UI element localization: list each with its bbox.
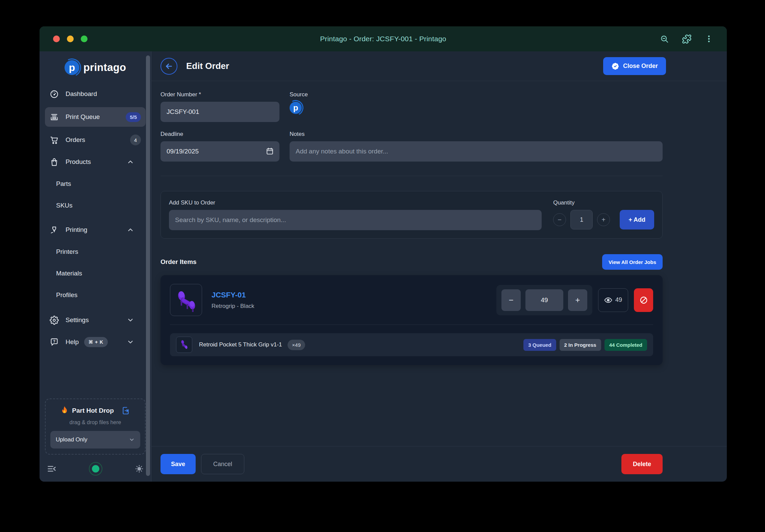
connection-status-indicator[interactable] [89,462,102,476]
sidebar-item-dashboard[interactable]: Dashboard [45,85,146,103]
item-quantity-stepper: − + [496,285,592,315]
chevron-down-icon [127,316,141,324]
add-sku-panel: Add SKU to Order Quantity − + + Add [161,191,663,239]
cancel-button[interactable]: Cancel [201,454,244,474]
back-button[interactable] [161,58,177,75]
calendar-icon[interactable] [266,147,274,157]
item-quantity-increment-button[interactable]: + [568,289,587,311]
app-window: Printago - Order: JCSFY-001 - Printago [40,26,727,482]
completed-status-badge: 44 Completed [604,339,647,351]
item-quantity-decrement-button[interactable]: − [501,289,521,311]
sidebar-item-printing[interactable]: Printing [45,221,146,239]
delete-button[interactable]: Delete [621,454,663,474]
help-shortcut-badge: ⌘ + K [84,337,108,347]
printago-logo-icon: p [65,60,79,75]
quantity-label: Quantity [553,199,654,206]
hot-drop-subtitle: drag & drop files here [50,419,140,426]
item-sku-link[interactable]: JCSFY-01 [212,291,496,299]
part-hot-drop-zone[interactable]: Part Hot Drop drag & drop files here Upl… [45,398,146,455]
eye-icon [604,296,612,304]
3d-model-preview [173,287,200,314]
cancel-item-button[interactable] [634,288,653,312]
hot-drop-title: Part Hot Drop [72,407,114,414]
item-thumbnail[interactable] [170,284,202,316]
sidebar: p printago Dashboard Print Queue 5/5 [40,51,151,482]
add-sku-label: Add SKU to Order [169,199,542,206]
zoom-out-icon[interactable] [660,34,669,44]
source-printago-icon: p [290,102,302,114]
cart-icon [50,136,59,145]
item-variant: Retrogrip - Black [212,303,496,310]
main-panel: Edit Order Close Order Order Number * [151,51,727,482]
help-bubble-icon: ? [50,338,59,347]
deadline-label: Deadline [161,131,279,138]
scrollbar-thumb[interactable] [146,55,150,476]
browser-menu-icon[interactable] [705,34,713,43]
sidebar-item-help[interactable]: ? Help ⌘ + K [45,333,146,351]
window-title: Printago - Order: JCSFY-001 - Printago [40,35,727,43]
order-item-card: JCSFY-01 Retrogrip - Black − + [161,275,663,365]
notes-input[interactable] [290,141,663,162]
gear-icon [50,316,59,325]
sidebar-item-parts[interactable]: Parts [45,176,146,191]
brand: p printago [45,60,146,75]
print-queue-icon [50,113,59,122]
chevron-up-icon [127,158,141,166]
sidebar-item-settings[interactable]: Settings [45,311,146,329]
chevron-down-icon [129,437,135,443]
orders-count-badge: 4 [130,135,141,145]
source-label: Source [290,91,663,98]
ban-icon [639,296,648,305]
sidebar-item-materials[interactable]: Materials [45,266,146,281]
sidebar-item-products[interactable]: Products [45,153,146,171]
item-quantity-input[interactable] [525,289,563,311]
print-queue-badge: 5/5 [126,112,141,122]
add-sku-button[interactable]: + Add [620,210,654,229]
deadline-input[interactable] [161,141,279,162]
sidebar-item-skus[interactable]: SKUs [45,198,146,213]
sidebar-item-orders[interactable]: Orders 4 [45,131,146,149]
close-order-button[interactable]: Close Order [603,57,666,75]
part-job-row: Retroid Pocket 5 Thick Grip v1-1 ×49 3 Q… [170,333,653,356]
save-button[interactable]: Save [161,454,196,474]
sidebar-divider [151,51,151,482]
svg-text:?: ? [53,339,55,343]
quantity-input[interactable] [570,210,593,229]
shopping-bag-icon [50,158,59,167]
sidebar-item-profiles[interactable]: Profiles [45,288,146,303]
section-divider [161,176,663,176]
card-divider [170,324,653,325]
quantity-increment-button[interactable]: + [597,213,610,226]
view-count: 49 [615,296,622,304]
titlebar: Printago - Order: JCSFY-001 - Printago [40,26,727,51]
theme-sun-icon[interactable] [135,464,144,473]
order-number-input[interactable] [161,102,279,122]
sidebar-item-print-queue[interactable]: Print Queue 5/5 [45,107,146,127]
chevron-down-icon [127,338,141,346]
queued-status-badge: 3 Queued [523,339,556,351]
view-item-jobs-button[interactable]: 49 [598,288,628,312]
view-all-order-jobs-button[interactable]: View All Order Jobs [602,254,663,270]
order-number-label: Order Number * [161,91,279,98]
part-multiplier-badge: ×49 [288,340,305,350]
upload-mode-select[interactable]: Upload Only [50,431,140,449]
sidebar-item-printers[interactable]: Printers [45,244,146,259]
dashboard-gauge-icon [50,90,59,99]
badge-check-icon [611,62,619,70]
file-export-icon [121,406,130,415]
part-thumbnail [176,337,192,353]
in-progress-status-badge: 2 In Progress [560,339,601,351]
page-title: Edit Order [186,61,229,71]
part-name: Retroid Pocket 5 Thick Grip v1-1 [199,341,282,348]
arrow-left-icon [165,62,173,71]
collapse-sidebar-icon[interactable] [47,464,56,474]
fire-icon [60,406,69,415]
extensions-puzzle-icon[interactable] [682,34,692,44]
order-item-row: JCSFY-01 Retrogrip - Black − + [170,284,653,316]
order-items-heading: Order Items [161,258,197,266]
notes-label: Notes [290,131,663,138]
sku-search-input[interactable] [169,210,542,230]
chevron-up-icon [127,226,141,234]
print-nozzle-icon [50,225,59,235]
quantity-decrement-button[interactable]: − [553,213,566,226]
